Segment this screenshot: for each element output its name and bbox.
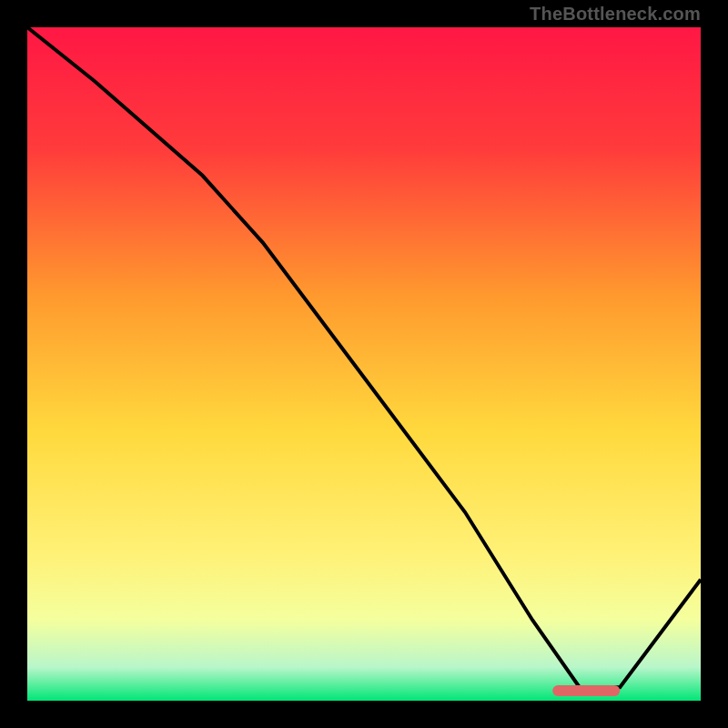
gradient-background [27, 27, 701, 701]
optimal-range-marker [552, 685, 620, 696]
attribution-text: TheBottleneck.com [530, 4, 701, 25]
chart-svg [27, 27, 701, 701]
chart-frame: TheBottleneck.com [0, 0, 728, 728]
plot-area [27, 27, 701, 701]
